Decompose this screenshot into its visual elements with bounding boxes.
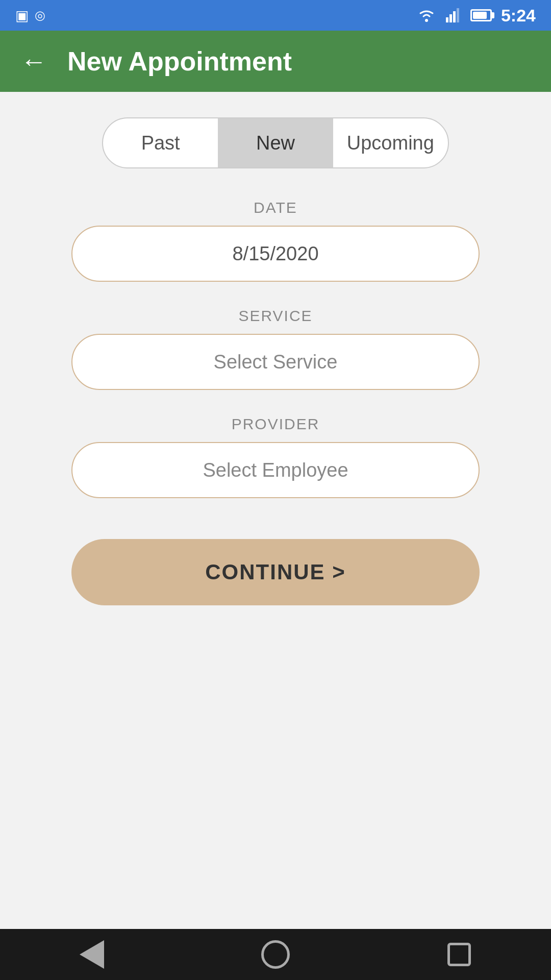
tab-upcoming[interactable]: Upcoming bbox=[333, 118, 448, 167]
status-bar-left: ▣ ◎ bbox=[15, 7, 45, 24]
date-label: DATE bbox=[71, 199, 480, 216]
continue-button[interactable]: CONTINUE > bbox=[71, 539, 480, 605]
provider-label: PROVIDER bbox=[71, 415, 480, 433]
nav-back-button[interactable] bbox=[71, 939, 112, 970]
signal-icon bbox=[446, 8, 461, 22]
tab-segment: Past New Upcoming bbox=[102, 117, 449, 168]
svg-rect-1 bbox=[446, 17, 448, 22]
nav-recent-icon bbox=[447, 943, 471, 966]
service-label: SERVICE bbox=[71, 307, 480, 325]
nav-recent-button[interactable] bbox=[439, 939, 480, 970]
provider-field[interactable]: Select Employee bbox=[71, 442, 480, 498]
status-time: 5:24 bbox=[501, 6, 536, 26]
wifi-icon bbox=[416, 8, 437, 22]
svg-point-0 bbox=[425, 19, 428, 22]
page-title: New Appointment bbox=[67, 46, 292, 77]
toolbar: ← New Appointment bbox=[0, 31, 551, 92]
tab-past[interactable]: Past bbox=[103, 118, 218, 167]
sim-icon: ▣ bbox=[15, 7, 29, 24]
form-container: DATE 8/15/2020 SERVICE Select Service PR… bbox=[71, 199, 480, 605]
battery-icon bbox=[470, 9, 492, 21]
bottom-nav bbox=[0, 929, 551, 980]
nav-home-button[interactable] bbox=[255, 939, 296, 970]
svg-rect-2 bbox=[449, 14, 452, 22]
back-button[interactable]: ← bbox=[20, 48, 47, 75]
service-field[interactable]: Select Service bbox=[71, 334, 480, 390]
nav-back-icon bbox=[80, 940, 104, 969]
nav-home-icon bbox=[261, 940, 290, 969]
date-field[interactable]: 8/15/2020 bbox=[71, 226, 480, 282]
svg-rect-3 bbox=[453, 11, 456, 22]
provider-placeholder: Select Employee bbox=[203, 459, 348, 481]
svg-rect-4 bbox=[457, 8, 459, 22]
status-bar: ▣ ◎ 5:24 bbox=[0, 0, 551, 31]
status-bar-right: 5:24 bbox=[416, 6, 536, 26]
main-content: Past New Upcoming DATE 8/15/2020 SERVICE… bbox=[0, 92, 551, 929]
tab-new[interactable]: New bbox=[218, 118, 333, 167]
date-value: 8/15/2020 bbox=[232, 243, 318, 265]
service-placeholder: Select Service bbox=[214, 351, 338, 373]
sync-icon: ◎ bbox=[35, 8, 45, 22]
